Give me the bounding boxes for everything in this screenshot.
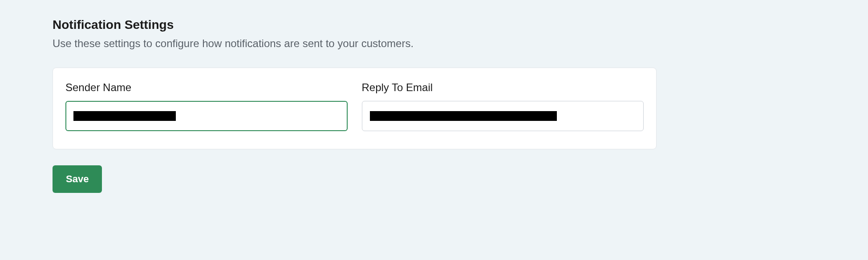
notification-form-card: Sender Name Reply To Email bbox=[53, 68, 657, 149]
section-title: Notification Settings bbox=[53, 18, 657, 32]
notification-settings-section: Notification Settings Use these settings… bbox=[0, 18, 868, 193]
form-group-sender-name: Sender Name bbox=[65, 81, 348, 131]
save-button[interactable]: Save bbox=[53, 165, 102, 193]
redaction-bar bbox=[370, 111, 557, 121]
reply-to-input-wrap bbox=[362, 101, 644, 131]
sender-name-label: Sender Name bbox=[65, 81, 348, 94]
form-group-reply-to: Reply To Email bbox=[362, 81, 644, 131]
sender-name-input-wrap bbox=[65, 101, 348, 131]
reply-to-label: Reply To Email bbox=[362, 81, 644, 94]
redaction-bar bbox=[73, 111, 176, 121]
section-description: Use these settings to configure how noti… bbox=[53, 37, 657, 50]
